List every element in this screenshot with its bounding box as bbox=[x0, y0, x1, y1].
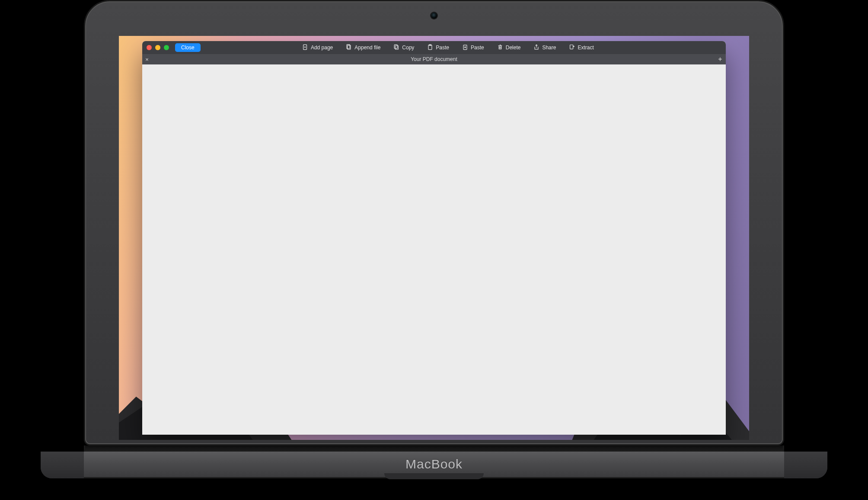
share-button[interactable]: Share bbox=[532, 43, 558, 52]
add-page-button[interactable]: Add page bbox=[300, 43, 335, 52]
document-tab-bar: × Your PDF document + bbox=[142, 54, 726, 64]
copy-label: Copy bbox=[402, 45, 414, 51]
extract-button[interactable]: Extract bbox=[567, 43, 595, 52]
main-toolbar: Add page Append file Cop bbox=[300, 43, 596, 52]
share-label: Share bbox=[542, 45, 556, 51]
pdf-editor-window: Close Add page Append fil bbox=[142, 41, 726, 435]
paste-label: Paste bbox=[436, 45, 449, 51]
window-titlebar: Close Add page Append fil bbox=[142, 41, 726, 54]
close-button[interactable]: Close bbox=[175, 43, 201, 52]
append-file-label: Append file bbox=[354, 45, 380, 51]
close-tab-icon[interactable]: × bbox=[142, 57, 152, 62]
window-minimize-traffic-light[interactable] bbox=[155, 45, 160, 50]
paste-insert-label: Paste bbox=[471, 45, 484, 51]
file-stack-icon bbox=[346, 44, 352, 51]
delete-label: Delete bbox=[506, 45, 521, 51]
traffic-lights bbox=[147, 45, 169, 50]
append-file-button[interactable]: Append file bbox=[344, 43, 382, 52]
laptop-screen: Close Add page Append fil bbox=[119, 36, 749, 440]
window-zoom-traffic-light[interactable] bbox=[164, 45, 169, 50]
copy-icon bbox=[393, 44, 399, 51]
extract-icon bbox=[569, 44, 575, 51]
clipboard-arrow-icon bbox=[462, 44, 468, 51]
document-tab-title[interactable]: Your PDF document bbox=[411, 56, 457, 62]
clipboard-icon bbox=[427, 44, 433, 51]
trash-icon bbox=[497, 44, 503, 51]
share-icon bbox=[533, 44, 539, 51]
add-page-label: Add page bbox=[311, 45, 333, 51]
document-content-area[interactable] bbox=[142, 64, 726, 435]
laptop-deck: MacBook bbox=[41, 452, 827, 478]
webcam bbox=[431, 13, 437, 19]
svg-rect-6 bbox=[395, 45, 398, 48]
svg-rect-5 bbox=[396, 45, 399, 49]
svg-rect-12 bbox=[570, 45, 573, 49]
trackpad-notch bbox=[384, 473, 484, 479]
paste-button[interactable]: Paste bbox=[425, 43, 451, 52]
macbook-brand-label: MacBook bbox=[405, 457, 463, 471]
page-plus-icon bbox=[302, 44, 308, 51]
laptop-hinge bbox=[84, 446, 784, 452]
macbook-device-frame: Close Add page Append fil bbox=[84, 0, 784, 478]
add-tab-icon[interactable]: + bbox=[715, 56, 726, 63]
delete-button[interactable]: Delete bbox=[495, 43, 523, 52]
extract-label: Extract bbox=[578, 45, 594, 51]
paste-insert-button[interactable]: Paste bbox=[460, 43, 486, 52]
window-close-traffic-light[interactable] bbox=[147, 45, 152, 50]
laptop-lid: Close Add page Append fil bbox=[84, 0, 784, 446]
copy-button[interactable]: Copy bbox=[392, 43, 416, 52]
